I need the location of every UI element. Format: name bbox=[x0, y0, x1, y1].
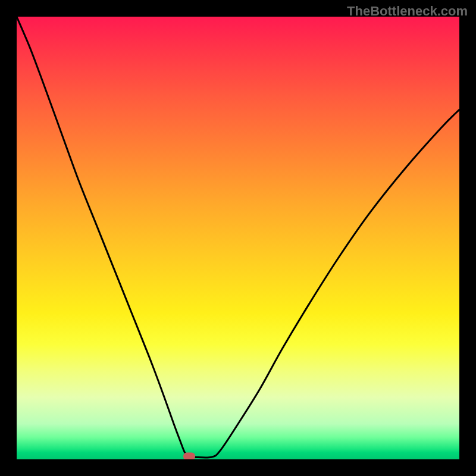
plot-area bbox=[17, 17, 459, 459]
bottleneck-curve bbox=[17, 17, 459, 458]
curve-svg bbox=[17, 17, 459, 459]
optimal-point-marker bbox=[183, 452, 195, 459]
watermark-text: TheBottleneck.com bbox=[347, 4, 468, 19]
